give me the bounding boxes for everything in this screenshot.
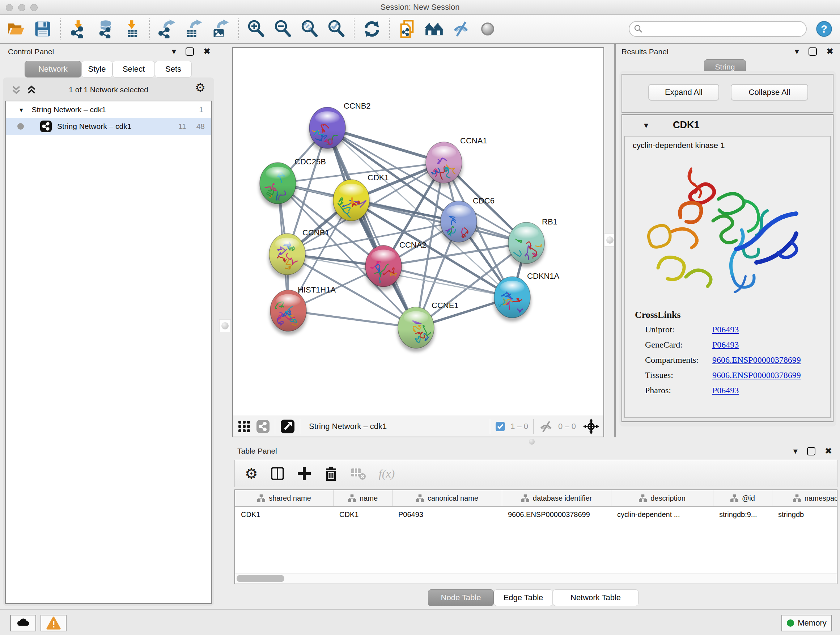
collapse-all-button[interactable]: Collapse All: [731, 84, 808, 101]
horizontal-splitter-handle[interactable]: [529, 439, 535, 445]
network-node[interactable]: [332, 180, 370, 225]
column-header[interactable]: canonical name: [393, 490, 502, 506]
table-cell[interactable]: CDK1: [235, 510, 333, 519]
export-table-icon[interactable]: [185, 19, 203, 38]
crosslink-link[interactable]: P06493: [712, 325, 739, 334]
column-header[interactable]: description: [611, 490, 714, 506]
memory-button[interactable]: Memory: [782, 615, 832, 631]
import-network-from-database-icon[interactable]: [95, 19, 114, 38]
network-view-type-icon[interactable]: [256, 420, 270, 433]
crosslink-link[interactable]: P06493: [712, 340, 739, 350]
save-session-icon[interactable]: [33, 19, 52, 38]
tab-style[interactable]: Style: [81, 61, 112, 78]
network-canvas[interactable]: CCNB2CCNA1CDC25BCDK1CDC6RB1CCNB1CCNA2CDK…: [233, 48, 603, 416]
tab-node-table[interactable]: Node Table: [428, 589, 494, 606]
function-builder-icon[interactable]: f(x): [379, 467, 395, 480]
help-icon[interactable]: ?: [815, 19, 834, 38]
export-network-icon[interactable]: [158, 19, 177, 38]
node-table[interactable]: shared namenamecanonical namedatabase id…: [234, 489, 837, 584]
tab-select[interactable]: Select: [112, 61, 155, 78]
network-collection-row[interactable]: ▾ String Network – cdk1 1: [6, 101, 211, 118]
scrollbar-thumb[interactable]: [237, 575, 284, 582]
table-settings-gear-icon[interactable]: ⚙: [245, 466, 258, 481]
crosslink-link[interactable]: 9606.ENSP00000378699: [712, 371, 801, 380]
table-panel-maximize-icon[interactable]: [807, 447, 815, 455]
column-header[interactable]: name: [333, 490, 393, 506]
crosslink-link[interactable]: 9606.ENSP00000378699: [712, 355, 801, 365]
selected-checkbox-icon[interactable]: [495, 421, 505, 432]
network-node[interactable]: [397, 307, 435, 352]
selected-counts: 1 – 0: [510, 422, 528, 431]
delete-column-icon[interactable]: [324, 466, 338, 481]
tab-sets[interactable]: Sets: [155, 61, 192, 78]
warnings-button[interactable]: [41, 615, 66, 631]
annotations-icon[interactable]: [398, 19, 417, 38]
import-network-from-file-icon[interactable]: [69, 19, 88, 38]
crosslink-link[interactable]: P06493: [712, 386, 739, 395]
collection-expander-icon[interactable]: ▾: [19, 106, 23, 114]
level-of-detail-icon[interactable]: [478, 19, 497, 38]
table-cell[interactable]: CDK1: [333, 510, 393, 519]
expand-all-button[interactable]: Expand All: [648, 84, 719, 101]
network-home-icon[interactable]: [425, 19, 444, 38]
table-cell[interactable]: stringdb: [772, 510, 837, 519]
table-horizontal-scrollbar[interactable]: [235, 573, 837, 584]
left-splitter-handle[interactable]: [219, 319, 231, 333]
network-node[interactable]: [270, 290, 307, 335]
results-panel-maximize-icon[interactable]: [808, 48, 817, 56]
hide-graphics-details-icon[interactable]: [452, 19, 470, 38]
tab-network[interactable]: Network: [25, 61, 81, 78]
show-columns-icon[interactable]: [270, 466, 285, 481]
refresh-view-icon[interactable]: [363, 19, 381, 38]
network-edge[interactable]: [327, 128, 416, 328]
network-node[interactable]: [492, 277, 531, 321]
network-edge[interactable]: [288, 310, 416, 328]
delete-table-icon[interactable]: [351, 466, 366, 481]
zoom-selected-icon[interactable]: [327, 19, 346, 38]
node-result-expander-icon[interactable]: ▾: [644, 121, 648, 130]
grid-view-icon[interactable]: [237, 420, 251, 433]
import-table-from-file-icon[interactable]: [122, 19, 141, 38]
export-image-icon[interactable]: [211, 19, 230, 38]
cloud-status-button[interactable]: [10, 615, 36, 631]
open-session-icon[interactable]: [6, 19, 25, 38]
crosslink-row: Tissues:9606.ENSP00000378699: [645, 371, 824, 380]
zoom-in-icon[interactable]: [247, 19, 265, 38]
control-panel-float-icon[interactable]: ▾: [172, 47, 176, 56]
column-header[interactable]: @id: [714, 490, 772, 506]
tab-network-table[interactable]: Network Table: [553, 589, 638, 606]
column-header[interactable]: shared name: [235, 490, 333, 506]
network-node[interactable]: [436, 201, 477, 246]
network-node[interactable]: [259, 163, 297, 209]
tab-edge-table[interactable]: Edge Table: [494, 589, 553, 606]
search-input[interactable]: [646, 25, 802, 34]
network-node[interactable]: [425, 142, 463, 187]
column-header[interactable]: namespace: [772, 490, 837, 506]
network-row[interactable]: String Network – cdk1 11 48: [6, 118, 211, 135]
network-node[interactable]: [268, 233, 306, 279]
fit-selected-crosshair-icon[interactable]: [583, 418, 599, 434]
table-cell[interactable]: P06493: [393, 510, 502, 519]
create-column-icon[interactable]: [297, 466, 311, 481]
zoom-fit-icon[interactable]: [300, 19, 319, 38]
table-cell[interactable]: stringdb:9...: [714, 510, 772, 519]
results-panel-float-icon[interactable]: ▾: [795, 47, 799, 56]
table-cell[interactable]: 9606.ENSP00000378699: [502, 510, 611, 519]
table-row[interactable]: CDK1CDK1P064939606.ENSP00000378699cyclin…: [235, 507, 837, 522]
network-view[interactable]: CCNB2CCNA1CDC25BCDK1CDC6RB1CCNB1CCNA2CDK…: [232, 47, 604, 437]
zoom-out-icon[interactable]: [273, 19, 292, 38]
column-header[interactable]: database identifier: [502, 490, 611, 506]
network-node[interactable]: [308, 107, 346, 152]
hidden-elements-icon[interactable]: [538, 420, 553, 432]
table-panel-close-icon[interactable]: ✖: [825, 447, 832, 455]
birds-eye-view-icon[interactable]: [280, 419, 295, 434]
table-cell[interactable]: cyclin-dependent ...: [611, 510, 714, 519]
table-panel-float-icon[interactable]: ▾: [793, 447, 798, 455]
control-panel-maximize-icon[interactable]: [186, 48, 194, 56]
gene-detail-card: cyclin-dependent kinase 1: [624, 136, 831, 418]
network-options-gear-icon[interactable]: ⚙: [195, 82, 205, 93]
results-panel-close-icon[interactable]: ✖: [826, 47, 834, 56]
search-field[interactable]: [629, 21, 807, 37]
network-node[interactable]: [508, 222, 545, 267]
control-panel-close-icon[interactable]: ✖: [203, 47, 210, 56]
